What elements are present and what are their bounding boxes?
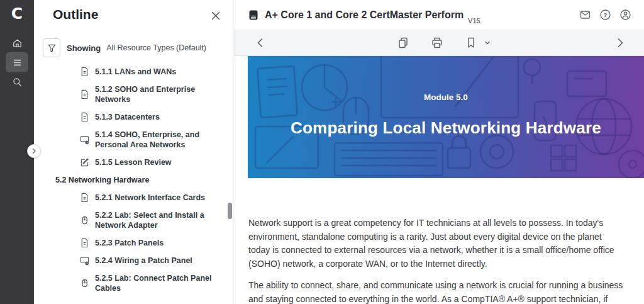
document-icon [80, 67, 89, 77]
outline-item[interactable]: 5.2.1 Network Interface Cards [34, 189, 233, 206]
course-header: A+ Core 1 and Core 2 CertMaster Perform … [234, 0, 644, 30]
comptia-logo: C [0, 4, 34, 23]
chevron-right-icon [613, 36, 627, 50]
outline-list: 5.1.1 LANs and WANs 5.1.2 SOHO and Enter… [34, 63, 233, 297]
lesson-paragraph: Network support is a great competency fo… [248, 217, 623, 271]
copy-icon [396, 36, 410, 50]
bookmark-button[interactable] [464, 36, 478, 50]
mail-icon [579, 9, 591, 21]
activity-icon [80, 135, 89, 145]
outline-item[interactable]: 5.1.3 Datacenters [34, 108, 233, 126]
outline-item[interactable]: 5.1.1 LANs and WANs [34, 63, 233, 81]
svg-text:?: ? [604, 11, 608, 18]
module-banner: Module 5.0 Comparing Local Networking Ha… [248, 56, 644, 178]
outline-item[interactable]: 5.2.5 Lab: Connect Patch Panel Cables [34, 269, 233, 297]
home-button[interactable] [0, 33, 34, 52]
outline-item-label: 5.2.3 Patch Panels [95, 238, 164, 248]
outline-item[interactable]: 5.1.2 SOHO and Enterprise Networks [34, 81, 233, 108]
outline-item-label: 5.1.5 Lesson Review [95, 157, 172, 167]
outline-item[interactable]: 5.1.4 SOHO, Enterprise, and Personal Are… [34, 126, 233, 154]
account-icon [619, 9, 631, 21]
print-icon [430, 36, 444, 50]
outline-item-label: 5.2.1 Network Interface Cards [95, 193, 205, 203]
module-number-label: Module 5.0 [424, 91, 468, 104]
bookmark-icon [464, 36, 478, 50]
close-icon [210, 10, 221, 21]
account-button[interactable] [619, 9, 631, 21]
filter-showing-label: Showing [67, 43, 101, 53]
outline-panel: Outline Showing All Resource Types (Defa… [34, 0, 233, 304]
outline-menu-button[interactable] [0, 52, 34, 72]
funnel-icon [47, 43, 57, 53]
bookmark-menu-button[interactable] [483, 38, 492, 47]
outline-item-label: 5.1.2 SOHO and Enterprise Networks [95, 84, 216, 104]
chevron-right-icon [31, 148, 37, 154]
outline-item-label: 5.2.5 Lab: Connect Patch Panel Cables [95, 273, 216, 293]
document-icon [80, 238, 89, 248]
course-version: V15 [468, 17, 480, 25]
outline-item[interactable]: 5.1.5 Lesson Review [34, 154, 233, 171]
document-icon [80, 193, 89, 203]
outline-item[interactable]: 5.2.3 Patch Panels [34, 234, 233, 252]
chevron-down-icon [483, 38, 492, 47]
help-button[interactable]: ? [599, 9, 611, 21]
panel-collapse-button[interactable] [27, 144, 41, 158]
close-outline-button[interactable] [210, 10, 221, 21]
outline-item-label: 5.2.2 Lab: Select and Install a Network … [95, 210, 216, 230]
outline-item-label: 5.1.4 SOHO, Enterprise, and Personal Are… [95, 130, 216, 150]
outline-scrollbar-thumb[interactable] [228, 203, 232, 219]
reader-toolbar [234, 30, 644, 56]
chevron-left-icon [253, 36, 267, 50]
print-button[interactable] [430, 36, 444, 50]
course-title: A+ Core 1 and Core 2 CertMaster Perform [265, 9, 464, 21]
activity-icon [80, 256, 89, 266]
outline-item[interactable]: 5.2.2 Lab: Select and Install a Network … [34, 206, 233, 234]
module-title: Comparing Local Networking Hardware [291, 116, 601, 139]
help-icon: ? [599, 9, 611, 21]
lab-mouse-icon [80, 215, 89, 225]
main-area: A+ Core 1 and Core 2 CertMaster Perform … [234, 0, 644, 304]
lesson-content: Network support is a great competency fo… [234, 178, 644, 304]
search-icon [12, 77, 23, 87]
filter-button[interactable] [43, 38, 60, 57]
outline-title: Outline [53, 7, 98, 22]
outline-item-label: 5.1.1 LANs and WANs [95, 67, 176, 77]
document-icon [80, 89, 89, 99]
outline-item[interactable]: 5.2.4 Wiring a Patch Panel [34, 252, 233, 269]
outline-item-label: 5.2.4 Wiring a Patch Panel [95, 256, 192, 266]
outline-item-label: 5.1.3 Datacenters [95, 112, 160, 122]
lesson-paragraph: The ability to connect, share, and commu… [248, 279, 623, 304]
filter-value[interactable]: All Resource Types (Default) [106, 43, 206, 52]
outline-section-header[interactable]: 5.2 Networking Hardware [34, 171, 233, 189]
reader-icon [248, 9, 259, 21]
search-button[interactable] [0, 72, 34, 91]
review-pencil-icon [80, 157, 89, 167]
document-icon [80, 112, 89, 122]
lab-mouse-icon [80, 278, 89, 288]
outline-menu-icon [12, 57, 23, 68]
next-page-button[interactable] [613, 36, 627, 50]
copy-button[interactable] [396, 36, 410, 50]
previous-page-button[interactable] [253, 36, 267, 50]
home-icon [12, 38, 23, 48]
mail-button[interactable] [579, 9, 591, 21]
